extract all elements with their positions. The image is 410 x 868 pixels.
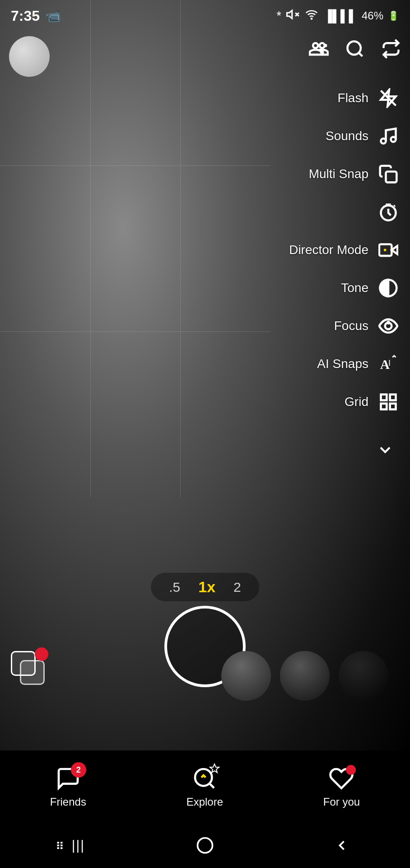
sounds-label: Sounds bbox=[326, 129, 368, 143]
sys-menu-button[interactable]: ||| bbox=[50, 832, 86, 859]
director-icon bbox=[376, 237, 401, 263]
zoom-controls: .5 1x 2 bbox=[151, 573, 259, 601]
svg-rect-22 bbox=[390, 395, 396, 401]
svg-marker-27 bbox=[210, 764, 219, 773]
grid-label: Grid bbox=[345, 395, 368, 409]
svg-text:I: I bbox=[388, 358, 391, 368]
svg-rect-12 bbox=[386, 172, 397, 183]
multisnap-label: Multi Snap bbox=[309, 167, 368, 181]
svg-marker-0 bbox=[287, 10, 292, 19]
story-strip bbox=[221, 651, 388, 701]
signal-icon: ▐▌▌▌ bbox=[324, 9, 357, 23]
avatar[interactable] bbox=[9, 36, 50, 77]
svg-point-3 bbox=[311, 18, 312, 19]
aisnaps-icon: A I bbox=[376, 351, 401, 377]
chevron-down-icon[interactable] bbox=[374, 441, 396, 463]
timer-icon bbox=[376, 199, 401, 225]
grid-overlay bbox=[0, 0, 270, 497]
focus-control[interactable]: Focus bbox=[289, 307, 401, 345]
battery-icon: 46% bbox=[362, 9, 383, 22]
aisnaps-label: AI Snaps bbox=[317, 357, 368, 371]
refresh-button[interactable] bbox=[381, 39, 401, 61]
svg-rect-23 bbox=[390, 404, 396, 410]
top-toolbar bbox=[309, 32, 401, 68]
tone-icon bbox=[376, 275, 401, 301]
tone-control[interactable]: Tone bbox=[289, 269, 401, 307]
grid-control[interactable]: Grid bbox=[289, 383, 401, 421]
svg-rect-21 bbox=[381, 395, 387, 401]
sys-home-button[interactable] bbox=[187, 832, 223, 859]
side-controls: Flash Sounds Multi Snap bbox=[289, 79, 401, 421]
director-control[interactable]: Director Mode bbox=[289, 231, 401, 269]
svg-point-6 bbox=[348, 42, 361, 55]
svg-rect-34 bbox=[197, 838, 212, 853]
timer-control[interactable] bbox=[289, 193, 401, 231]
flash-label: Flash bbox=[338, 91, 368, 105]
bluetooth-icon: * bbox=[276, 9, 281, 23]
story-thumb-3[interactable] bbox=[339, 651, 388, 701]
multisnap-icon bbox=[376, 161, 401, 187]
zoom-2x[interactable]: 2 bbox=[233, 580, 241, 595]
grid-icon bbox=[376, 389, 401, 415]
zoom-half[interactable]: .5 bbox=[169, 580, 180, 595]
story-thumb-1[interactable] bbox=[221, 651, 271, 701]
friends-label: Friends bbox=[50, 796, 86, 808]
system-nav: ||| bbox=[0, 823, 410, 868]
sys-back-button[interactable] bbox=[324, 832, 360, 859]
status-bar: 7:35 📹 * ▐▌▌▌ 46% 🔋 bbox=[0, 0, 410, 32]
svg-point-11 bbox=[391, 137, 396, 142]
video-indicator: 📹 bbox=[45, 9, 61, 24]
flash-control[interactable]: Flash bbox=[289, 79, 401, 117]
friends-icon: 2 bbox=[55, 765, 82, 792]
aisnaps-control[interactable]: AI Snaps A I bbox=[289, 345, 401, 383]
friends-badge: 2 bbox=[71, 762, 86, 778]
zoom-1x[interactable]: 1x bbox=[198, 578, 215, 596]
battery-symbol: 🔋 bbox=[388, 10, 399, 21]
svg-rect-24 bbox=[381, 404, 387, 410]
sounds-icon bbox=[376, 123, 401, 149]
search-button[interactable] bbox=[345, 39, 365, 61]
flash-icon bbox=[376, 85, 401, 111]
nav-friends[interactable]: 2 Friends bbox=[50, 765, 86, 808]
mute-icon bbox=[286, 8, 299, 24]
gallery-badge bbox=[35, 647, 48, 661]
tone-label: Tone bbox=[341, 281, 368, 295]
foryou-label: For you bbox=[323, 796, 360, 808]
bottom-nav: 2 Friends Explore For you bbox=[0, 750, 410, 823]
foryou-icon bbox=[328, 765, 355, 792]
gallery-button[interactable] bbox=[11, 651, 47, 687]
sounds-control[interactable]: Sounds bbox=[289, 117, 401, 155]
nav-explore[interactable]: Explore bbox=[186, 765, 223, 808]
focus-icon bbox=[376, 313, 401, 339]
foryou-badge bbox=[346, 765, 356, 775]
explore-icon bbox=[191, 765, 218, 792]
director-label: Director Mode bbox=[289, 243, 368, 257]
explore-label: Explore bbox=[186, 796, 223, 808]
svg-line-7 bbox=[359, 53, 363, 57]
add-friend-button[interactable] bbox=[309, 39, 329, 61]
svg-line-26 bbox=[210, 783, 214, 788]
svg-point-10 bbox=[381, 139, 386, 144]
status-time: 7:35 bbox=[11, 8, 40, 24]
svg-point-18 bbox=[387, 322, 389, 324]
wifi-icon bbox=[304, 8, 319, 24]
story-thumb-2[interactable] bbox=[280, 651, 330, 701]
nav-foryou[interactable]: For you bbox=[323, 765, 360, 808]
multisnap-control[interactable]: Multi Snap bbox=[289, 155, 401, 193]
focus-label: Focus bbox=[334, 319, 368, 333]
